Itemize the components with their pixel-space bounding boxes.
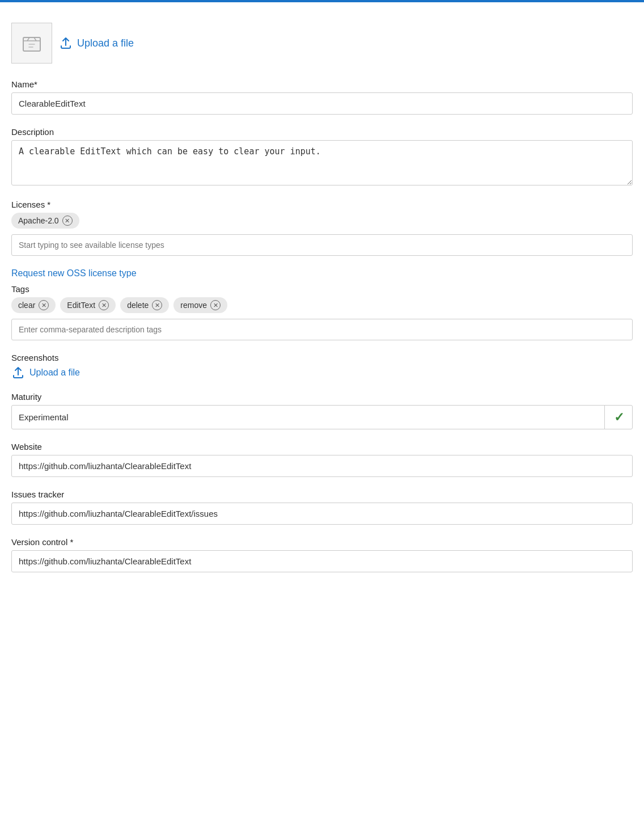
license-search-input[interactable] <box>11 234 633 256</box>
screenshots-upload-icon <box>11 366 25 379</box>
tag-chip-delete-close[interactable]: ✕ <box>152 300 162 310</box>
top-upload-section: Upload a file <box>11 23 633 64</box>
tag-chip-remove: remove ✕ <box>173 297 227 313</box>
tags-chips-container: clear ✕ EditText ✕ delete ✕ remove ✕ <box>11 297 633 313</box>
tags-form-group: Tags clear ✕ EditText ✕ delete ✕ remove … <box>11 284 633 340</box>
tags-input[interactable] <box>11 319 633 340</box>
licenses-label: Licenses * <box>11 200 633 209</box>
website-form-group: Website <box>11 442 633 477</box>
name-form-group: Name* <box>11 79 633 115</box>
license-tag-label: Apache-2.0 <box>18 216 59 225</box>
screenshots-upload-label: Upload a file <box>29 368 80 378</box>
tag-chip-delete-label: delete <box>127 301 149 310</box>
maturity-select[interactable]: Experimental Alpha Beta Stable <box>11 405 633 429</box>
upload-icon-box <box>11 23 52 64</box>
tag-chip-clear-label: clear <box>18 301 35 310</box>
tag-chip-edittext-label: EditText <box>67 301 95 310</box>
tag-chip-clear: clear ✕ <box>11 297 56 313</box>
issues-tracker-form-group: Issues tracker <box>11 490 633 525</box>
issues-tracker-input[interactable] <box>11 503 633 525</box>
tag-chip-delete: delete ✕ <box>120 297 169 313</box>
version-control-label: Version control * <box>11 537 633 547</box>
maturity-form-group: Maturity Experimental Alpha Beta Stable … <box>11 392 633 429</box>
tag-chip-clear-close[interactable]: ✕ <box>39 300 49 310</box>
tag-chip-edittext-close[interactable]: ✕ <box>99 300 109 310</box>
screenshots-form-group: Screenshots Upload a file <box>11 353 633 379</box>
package-icon <box>20 32 43 54</box>
maturity-select-wrapper: Experimental Alpha Beta Stable ✓ <box>11 405 633 429</box>
license-tag-close-apache[interactable]: ✕ <box>62 216 73 226</box>
maturity-label: Maturity <box>11 392 633 402</box>
screenshots-upload-link[interactable]: Upload a file <box>11 366 633 379</box>
website-label: Website <box>11 442 633 452</box>
license-tags-container: Apache-2.0 ✕ <box>11 213 633 229</box>
request-oss-license-link[interactable]: Request new OSS license type <box>11 268 633 279</box>
tag-chip-remove-label: remove <box>180 301 207 310</box>
tag-chip-remove-close[interactable]: ✕ <box>210 300 221 310</box>
license-tag-apache: Apache-2.0 ✕ <box>11 213 79 229</box>
tag-chip-edittext: EditText ✕ <box>60 297 116 313</box>
name-input[interactable] <box>11 92 633 115</box>
top-upload-file-label: Upload a file <box>77 37 134 49</box>
description-input[interactable] <box>11 140 633 185</box>
tags-label: Tags <box>11 284 633 294</box>
description-label: Description <box>11 127 633 137</box>
licenses-form-group: Licenses * Apache-2.0 ✕ <box>11 200 633 256</box>
website-input[interactable] <box>11 455 633 477</box>
name-label: Name* <box>11 79 633 89</box>
upload-icon <box>59 36 73 50</box>
screenshots-label: Screenshots <box>11 353 633 362</box>
top-bar <box>0 0 644 2</box>
version-control-input[interactable] <box>11 550 633 572</box>
top-upload-file-link[interactable]: Upload a file <box>59 36 134 50</box>
issues-tracker-label: Issues tracker <box>11 490 633 499</box>
version-control-form-group: Version control * <box>11 537 633 572</box>
description-form-group: Description <box>11 127 633 187</box>
